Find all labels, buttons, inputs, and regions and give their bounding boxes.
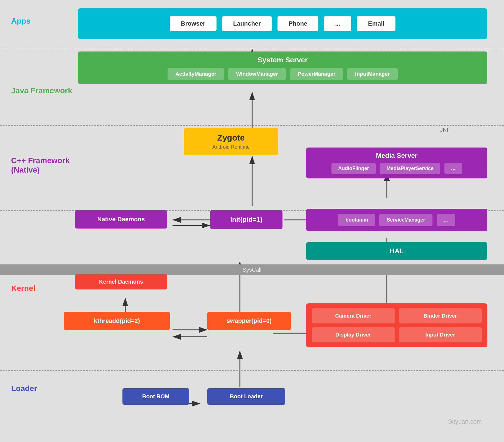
service-manager: ServiceManager xyxy=(379,214,432,226)
loader-label: Loader xyxy=(11,384,37,393)
syscall-label: SysCall xyxy=(243,267,262,273)
zygote-title: Zygote xyxy=(189,133,273,143)
app-phone: Phone xyxy=(277,16,318,31)
kernel-label: Kernel xyxy=(11,284,35,293)
binder-driver: Binder Driver xyxy=(399,308,482,323)
power-manager: PowerManager xyxy=(290,68,343,80)
native-dots: ... xyxy=(437,214,455,226)
native-daemons-label: Native Daemons xyxy=(80,216,163,223)
media-player-service: MediaPlayerService xyxy=(380,163,440,174)
cpp-framework-label: C++ Framework(Native) xyxy=(11,156,70,175)
boot-loader-label: Boot Loader xyxy=(212,393,281,400)
boot-loader-box: Boot Loader xyxy=(207,388,285,405)
divider-2 xyxy=(0,125,504,126)
app-launcher: Launcher xyxy=(222,16,272,31)
app-email: Email xyxy=(357,16,395,31)
swapper-box: swapper(pid=0) xyxy=(207,312,291,330)
kthreadd-box: kthreadd(pid=2) xyxy=(64,312,170,330)
system-server-box: System Server ActivityManager WindowMana… xyxy=(78,51,487,84)
apps-bar: Browser Launcher Phone ... Email xyxy=(78,8,487,39)
zygote-box: Zygote Android Runtime xyxy=(184,128,278,155)
kthreadd-label: kthreadd(pid=2) xyxy=(68,317,165,325)
app-browser: Browser xyxy=(170,16,217,31)
media-server-title: Media Server xyxy=(312,152,482,159)
init-label: Init(pid=1) xyxy=(215,216,278,224)
audio-flinger: AudioFlinger xyxy=(331,163,376,174)
kernel-daemons-label: Kernel Daemons xyxy=(80,279,163,285)
media-server-box: Media Server AudioFlinger MediaPlayerSer… xyxy=(306,148,487,178)
media-dots: ... xyxy=(444,163,462,174)
camera-driver: Camera Driver xyxy=(312,308,395,323)
watermark: Gityuan.com xyxy=(448,418,482,425)
window-manager: WindowManager xyxy=(228,68,286,80)
input-driver: Input Driver xyxy=(399,327,482,342)
activity-manager: ActivityManager xyxy=(168,68,224,80)
boot-rom-box: Boot ROM xyxy=(122,388,189,405)
java-framework-label: Java Framework xyxy=(11,86,72,95)
bootanim: bootanim xyxy=(338,214,375,226)
hal-label: HAL xyxy=(312,247,482,255)
hal-box: HAL xyxy=(306,242,487,260)
zygote-subtitle: Android Runtime xyxy=(189,144,273,150)
diagram-container: Apps Browser Launcher Phone ... Email Ja… xyxy=(0,0,504,442)
input-manager: InputManager xyxy=(347,68,398,80)
jni-label: JNI xyxy=(440,127,448,133)
syscall-bar: SysCall xyxy=(0,264,504,275)
drivers-box: Camera Driver Binder Driver Display Driv… xyxy=(306,303,487,347)
divider-5 xyxy=(0,370,504,371)
native-services-box: bootanim ServiceManager ... xyxy=(306,209,487,231)
native-daemons-box: Native Daemons xyxy=(75,210,167,229)
boot-rom-label: Boot ROM xyxy=(127,393,185,400)
divider-1 xyxy=(0,49,504,49)
swapper-label: swapper(pid=0) xyxy=(212,317,286,325)
app-dots: ... xyxy=(324,16,351,31)
kernel-daemons-box: Kernel Daemons xyxy=(75,274,167,289)
init-box: Init(pid=1) xyxy=(210,210,282,229)
display-driver: Display Driver xyxy=(312,327,395,342)
system-server-title: System Server xyxy=(83,56,482,64)
apps-label: Apps xyxy=(11,17,31,26)
